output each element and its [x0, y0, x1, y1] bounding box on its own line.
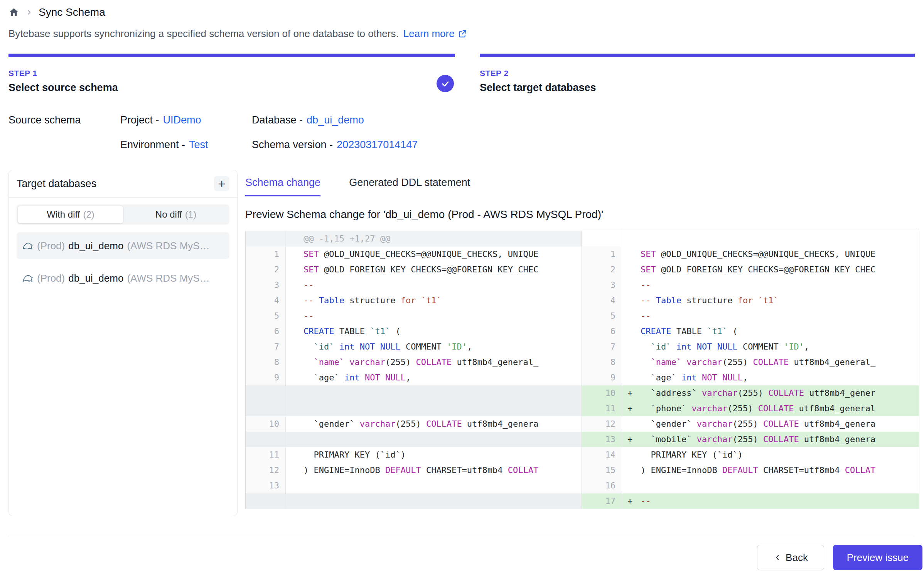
line-number: 7 [582, 339, 622, 355]
target-database-item[interactable]: (Prod)db_ui_demo(AWS RDS MyS… [17, 232, 229, 259]
line-number: 7 [246, 339, 286, 355]
db-name: db_ui_demo [68, 272, 123, 284]
preview-issue-button[interactable]: Preview issue [833, 545, 922, 570]
line-number: 8 [582, 355, 622, 370]
diff-row: @@ -1,15 +1,27 @@ [246, 231, 919, 247]
diff-row: 5--5-- [246, 308, 919, 324]
diff-row: 10+ `address` varchar(255) COLLATE utf8m… [246, 385, 919, 401]
environment-field: Environment -Test [120, 139, 208, 151]
code-line: PRIMARY KEY (`id`) [622, 447, 919, 463]
line-number: 10 [246, 416, 286, 432]
step-complete-check-icon [437, 75, 454, 92]
diff-row: 2SET @OLD_FOREIGN_KEY_CHECKS=@@FOREIGN_K… [246, 262, 919, 277]
breadcrumb-chevron-icon [25, 9, 32, 16]
line-number: 11 [582, 401, 622, 416]
line-number: 17 [582, 493, 622, 509]
line-number: 9 [582, 370, 622, 385]
diff-add-marker: + [627, 385, 632, 401]
line-number: 10 [582, 385, 622, 401]
line-number [246, 231, 286, 247]
db-env-label: (Prod) [37, 272, 65, 284]
line-number: 13 [582, 432, 622, 447]
code-line: `id` int NOT NULL COMMENT 'ID', [286, 339, 582, 355]
line-number [246, 432, 286, 447]
target-databases-panel: Target databases + With diff(2) No diff(… [8, 170, 238, 516]
mysql-icon [22, 272, 34, 284]
target-database-list: (Prod)db_ui_demo(AWS RDS MyS…(Prod)db_ui… [17, 232, 229, 292]
line-number: 1 [246, 247, 286, 262]
footer-divider [8, 536, 916, 536]
code-line: + `address` varchar(255) COLLATE utf8mb4… [622, 385, 919, 401]
diff-row: 6CREATE TABLE `t1` (6CREATE TABLE `t1` ( [246, 324, 919, 339]
preview-title: Preview Schema change for 'db_ui_demo (P… [245, 208, 603, 221]
mysql-icon [22, 240, 34, 252]
diff-row: 9 `age` int NOT NULL,9 `age` int NOT NUL… [246, 370, 919, 385]
line-number: 3 [246, 277, 286, 293]
db-env-label: (Prod) [37, 240, 65, 252]
code-line: +-- [622, 493, 919, 509]
code-line [286, 385, 582, 401]
with-diff-tab[interactable]: With diff(2) [18, 206, 123, 223]
line-number: 5 [246, 308, 286, 324]
code-line: -- [622, 277, 919, 293]
target-database-item[interactable]: (Prod)db_ui_demo(AWS RDS MyS… [17, 265, 229, 292]
tab-schema-change[interactable]: Schema change [245, 177, 320, 196]
schema-version-field: Schema version -20230317014147 [252, 139, 418, 151]
diff-add-marker: + [627, 432, 632, 447]
db-name: db_ui_demo [68, 240, 123, 252]
line-number: 3 [582, 277, 622, 293]
line-number [582, 231, 622, 247]
line-number: 8 [246, 355, 286, 370]
code-line: ) ENGINE=InnoDB DEFAULT CHARSET=utf8mb4 … [286, 463, 582, 478]
code-line: `name` varchar(255) COLLATE utf8mb4_gene… [622, 355, 919, 370]
code-line: PRIMARY KEY (`id`) [286, 447, 582, 463]
diff-row: 3--3-- [246, 277, 919, 293]
code-line: ) ENGINE=InnoDB DEFAULT CHARSET=utf8mb4 … [622, 463, 919, 478]
line-number [246, 385, 286, 401]
line-number: 11 [246, 447, 286, 463]
schema-version-link[interactable]: 20230317014147 [337, 139, 418, 150]
code-line: `gender` varchar(255) COLLATE utf8mb4_ge… [622, 416, 919, 432]
step2-progress-bar [480, 54, 915, 57]
diff-row: 1SET @OLD_UNIQUE_CHECKS=@@UNIQUE_CHECKS,… [246, 247, 919, 262]
diff-add-marker: + [627, 401, 632, 416]
sync-schema-page: Sync Schema Bytebase supports synchroniz… [0, 0, 924, 571]
code-line: SET @OLD_FOREIGN_KEY_CHECKS=@@FOREIGN_KE… [622, 262, 919, 277]
line-number [246, 493, 286, 509]
source-schema-label: Source schema [8, 114, 81, 126]
diff-row: 4-- Table structure for `t1`4-- Table st… [246, 293, 919, 308]
page-description: Bytebase supports synchronizing a specif… [8, 28, 467, 40]
tab-generated-ddl[interactable]: Generated DDL statement [349, 177, 470, 196]
db-instance-label: (AWS RDS MyS… [127, 272, 209, 284]
code-line: `id` int NOT NULL COMMENT 'ID', [622, 339, 919, 355]
line-number: 1 [582, 247, 622, 262]
code-line: -- Table structure for `t1` [286, 293, 582, 308]
line-number: 12 [246, 463, 286, 478]
schema-diff[interactable]: @@ -1,15 +1,27 @@1SET @OLD_UNIQUE_CHECKS… [245, 231, 919, 509]
step2-label: STEP 2 [480, 69, 596, 78]
back-button[interactable]: Back [757, 545, 824, 570]
preview-tabs: Schema change Generated DDL statement [245, 177, 470, 196]
back-chevron-icon [773, 553, 782, 562]
code-line: CREATE TABLE `t1` ( [622, 324, 919, 339]
code-line: -- [286, 308, 582, 324]
project-field: Project -UIDemo [120, 114, 201, 126]
home-icon[interactable] [8, 7, 19, 18]
diff-row: 11 PRIMARY KEY (`id`)14 PRIMARY KEY (`id… [246, 447, 919, 463]
database-link[interactable]: db_ui_demo [307, 114, 364, 126]
project-link[interactable]: UIDemo [163, 114, 201, 126]
diff-row: 10 `gender` varchar(255) COLLATE utf8mb4… [246, 416, 919, 432]
add-database-button[interactable]: + [214, 176, 229, 191]
step1-header: STEP 1 Select source schema [8, 69, 118, 94]
environment-link[interactable]: Test [189, 139, 208, 150]
target-databases-title: Target databases [17, 178, 96, 190]
code-line: -- [622, 308, 919, 324]
description-text: Bytebase supports synchronizing a specif… [8, 28, 399, 40]
line-number: 15 [582, 463, 622, 478]
no-diff-tab[interactable]: No diff(1) [123, 206, 228, 223]
code-line: SET @OLD_FOREIGN_KEY_CHECKS=@@FOREIGN_KE… [286, 262, 582, 277]
step2-title: Select target databases [480, 82, 596, 94]
learn-more-link[interactable]: Learn more [403, 28, 467, 40]
diff-row: 8 `name` varchar(255) COLLATE utf8mb4_ge… [246, 355, 919, 370]
line-number: 13 [246, 478, 286, 493]
